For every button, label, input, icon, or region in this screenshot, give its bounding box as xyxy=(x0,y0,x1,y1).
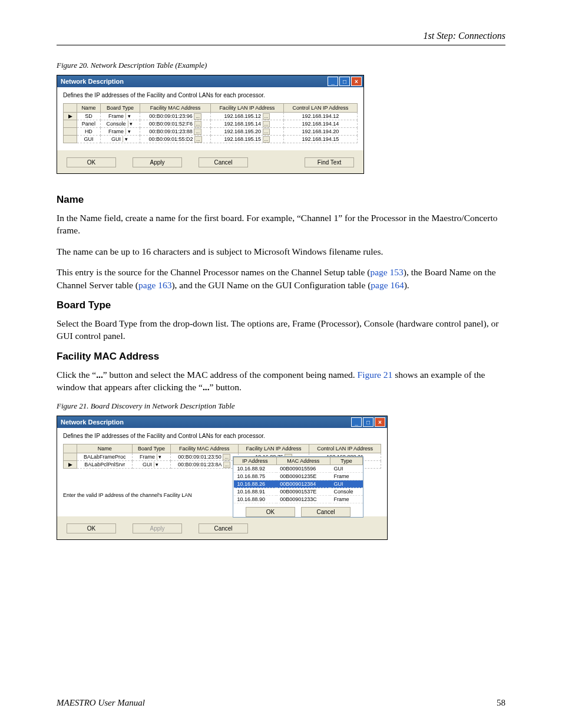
col-control-ip: Control LAN IP Address xyxy=(283,104,357,113)
body-text: Select the Board Type from the drop-down… xyxy=(57,317,505,342)
maximize-icon[interactable]: □ xyxy=(363,417,373,427)
minimize-icon[interactable]: _ xyxy=(328,77,338,86)
cancel-button[interactable]: Cancel xyxy=(199,157,248,167)
ellipsis-button[interactable]: ... xyxy=(263,113,270,120)
ellipsis-button[interactable]: ... xyxy=(194,129,201,135)
ok-button[interactable]: OK xyxy=(67,157,116,167)
col-board-type: Board Type xyxy=(100,104,140,113)
ellipsis-button[interactable]: ... xyxy=(223,462,231,468)
ellipsis-button[interactable]: ... xyxy=(194,136,202,143)
col-facility-mac: Facility MAC Address xyxy=(140,104,211,113)
popup-ok-button[interactable]: OK xyxy=(246,507,295,517)
window-subtitle: Defines the IP addresses of the Facility… xyxy=(63,433,381,439)
body-text: The name can be up to 16 characters and … xyxy=(57,245,505,258)
list-item[interactable]: 10.16.88.9100B00901537EConsole xyxy=(234,488,363,496)
col-facility-ip: Facility LAN IP Address xyxy=(210,104,283,113)
figure-20-screenshot: Network Description _ □ × Defines the IP… xyxy=(57,75,364,174)
list-item[interactable]: 10.16.88.9000B00901233CFrame xyxy=(234,496,363,503)
body-text: Click the “...” button and select the MA… xyxy=(57,368,505,394)
window-titlebar: Network Description _ □ × xyxy=(57,416,387,428)
header-rule xyxy=(57,45,505,45)
heading-board-type: Board Type xyxy=(57,299,505,311)
ellipsis-button[interactable]: ... xyxy=(223,454,230,460)
row-selector-icon: ▶ xyxy=(64,113,77,120)
footer-page-number: 58 xyxy=(497,698,505,708)
list-item[interactable]: 10.16.88.2600B009012384GUI xyxy=(234,480,363,488)
network-table: Name Board Type Facility MAC Address Fac… xyxy=(63,103,358,143)
link-page-163[interactable]: page 163 xyxy=(138,280,171,290)
figure-21-screenshot: Network Description _ □ × Defines the IP… xyxy=(57,416,388,540)
chevron-down-icon[interactable]: ▾ xyxy=(125,129,132,134)
list-item[interactable]: 10.16.88.9200B009015596GUI xyxy=(234,465,363,473)
list-item[interactable]: 10.16.88.7500B00901235EFrame xyxy=(234,473,363,480)
cancel-button[interactable]: Cancel xyxy=(199,523,248,533)
apply-button[interactable]: Apply xyxy=(133,157,182,167)
chevron-down-icon[interactable]: ▾ xyxy=(125,113,132,119)
figure-20-caption: Figure 20. Network Description Table (Ex… xyxy=(57,61,505,70)
chevron-down-icon[interactable]: ▾ xyxy=(128,121,134,127)
link-page-153[interactable]: page 153 xyxy=(370,267,403,277)
window-title: Network Description xyxy=(61,78,124,85)
ellipsis-button[interactable]: ... xyxy=(194,113,201,120)
running-header: 1st Step: Connections xyxy=(57,31,505,41)
window-title: Network Description xyxy=(61,419,124,426)
discovery-popup: IP Address MAC Address Type 10.16.88.920… xyxy=(233,456,363,518)
apply-button: Apply xyxy=(133,523,182,533)
maximize-icon[interactable]: □ xyxy=(339,77,350,86)
window-subtitle: Defines the IP addresses of the Facility… xyxy=(63,92,358,98)
find-text-button[interactable]: Find Text xyxy=(305,157,354,167)
ellipsis-button[interactable]: ... xyxy=(263,129,270,135)
ok-button[interactable]: OK xyxy=(67,523,116,533)
popup-cancel-button[interactable]: Cancel xyxy=(301,507,351,517)
chevron-down-icon[interactable]: ▾ xyxy=(157,454,163,460)
body-text: In the Name field, create a name for the… xyxy=(57,212,505,237)
body-text: This entry is the source for the Channel… xyxy=(57,266,505,291)
minimize-icon[interactable]: _ xyxy=(351,417,362,427)
col-name: Name xyxy=(77,104,101,113)
close-icon[interactable]: × xyxy=(375,417,385,427)
heading-name: Name xyxy=(57,194,505,206)
chevron-down-icon[interactable]: ▾ xyxy=(123,136,129,142)
footer-manual-title: MAESTRO User Manual xyxy=(57,698,145,708)
row-selector-icon: ▶ xyxy=(64,461,77,469)
ellipsis-button[interactable]: ... xyxy=(194,121,202,127)
ellipsis-button[interactable]: ... xyxy=(263,121,270,127)
table-row[interactable]: ▶ SD Frame▾ 00:B0:09:01:23:96 ... 192.16… xyxy=(64,113,358,120)
heading-facility-mac: Facility MAC Address xyxy=(57,351,505,363)
ellipsis-button[interactable]: ... xyxy=(263,136,270,143)
figure-21-caption: Figure 21. Board Discovery in Network De… xyxy=(57,401,505,411)
table-row[interactable]: HD Frame▾ 00:B0:09:01:23:88 ... 192.168.… xyxy=(64,128,358,136)
link-page-164[interactable]: page 164 xyxy=(371,280,404,290)
table-row[interactable]: Panel Console▾ 00:B0:09:01:52:F6 ... 192… xyxy=(64,120,358,128)
chevron-down-icon[interactable]: ▾ xyxy=(154,462,160,467)
link-figure-21[interactable]: Figure 21 xyxy=(358,370,393,380)
close-icon[interactable]: × xyxy=(351,77,362,86)
window-titlebar: Network Description _ □ × xyxy=(57,75,363,87)
table-row[interactable]: GUI GUI▾ 00:B0:09:01:55:D2 ... 192.168.1… xyxy=(64,136,358,143)
